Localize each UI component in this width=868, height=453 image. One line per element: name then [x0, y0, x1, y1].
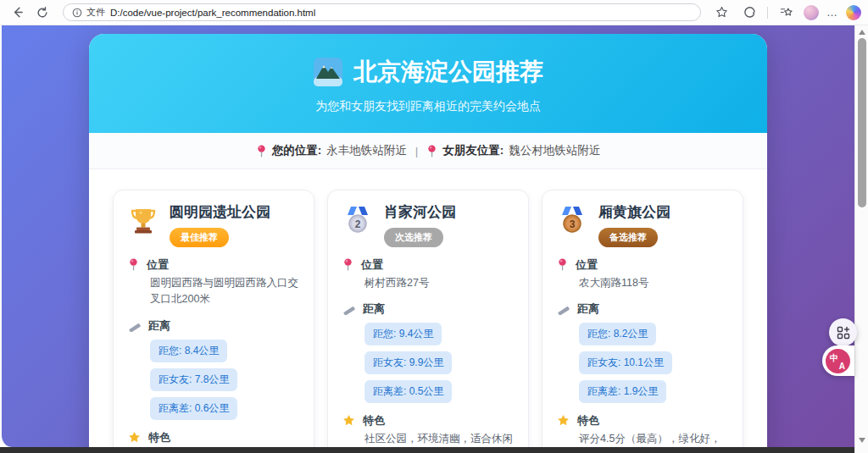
park-name: 厢黄旗公园	[598, 203, 670, 222]
feature-section: 特色 国家级景点，评分3.8分，历史文化底蕴深厚，湖光山色优美	[128, 429, 299, 447]
translate-a-glyph: A	[839, 362, 845, 371]
recommendation-badge: 最佳推荐	[170, 228, 229, 247]
page-title: 北京海淀公园推荐	[353, 56, 543, 88]
browser-toolbar: 文件 D:/code/vue-project/park_recommendati…	[0, 0, 868, 25]
page-viewport: 北京海淀公园推荐 为您和女朋友找到距离相近的完美约会地点 您的位置: 永丰地铁站…	[0, 25, 868, 447]
info-icon	[72, 8, 82, 18]
park-card-xianghuangqi[interactable]: 3 厢黄旗公园 备选推荐 位置 农大南路118号	[542, 190, 743, 447]
your-location-label: 您的位置:	[272, 143, 322, 158]
ruler-icon	[557, 302, 570, 315]
bookmark-star-icon[interactable]	[711, 3, 732, 23]
distance-section: 距离 距您: 8.2公里 距女友: 10.1公里 距离差: 1.9公里	[557, 301, 728, 403]
recommendation-badge: 次选推荐	[384, 228, 443, 247]
silver-medal-icon: 2	[342, 205, 373, 235]
park-card-xiaojiahe[interactable]: 2 肖家河公园 次选推荐 位置 树村西路27号	[327, 190, 529, 447]
distance-pill-you: 距您: 8.4公里	[150, 340, 227, 362]
browser-essentials-icon[interactable]	[739, 3, 760, 23]
translate-button-tray: 中 A	[822, 345, 854, 376]
star-icon	[128, 431, 141, 444]
translate-button[interactable]: 中 A	[826, 349, 850, 373]
park-card-yuanmingyuan[interactable]: 圆明园遗址公园 最佳推荐 位置 圆明园西路与圆明园西路入口交叉口北200米 距离	[113, 190, 314, 447]
distance-pill-you: 距您: 9.4公里	[364, 323, 442, 345]
copilot-icon[interactable]	[846, 5, 861, 20]
translate-zh-glyph: 中	[830, 352, 838, 364]
location-value: 树村西路27号	[364, 275, 514, 291]
profile-avatar[interactable]	[804, 5, 819, 20]
location-value: 圆明园西路与圆明园西路入口交叉口北200米	[150, 275, 299, 308]
pin-icon	[256, 145, 267, 157]
scrollbar-thumb[interactable]	[858, 38, 866, 207]
url-scheme-label: 文件	[86, 6, 105, 19]
distance-pill-girlfriend: 距女友: 10.1公里	[579, 351, 672, 374]
feature-value: 社区公园，环境清幽，适合休闲散步	[364, 431, 514, 447]
park-name: 圆明园遗址公园	[170, 203, 270, 222]
distance-pill-diff: 距离差: 0.6公里	[150, 397, 237, 420]
bronze-medal-icon: 3	[557, 205, 587, 235]
vertical-scrollbar[interactable]	[854, 25, 868, 453]
feature-section: 特色 评分4.5分（最高），绿化好，设施完善	[557, 412, 728, 447]
collections-icon[interactable]	[776, 3, 796, 23]
location-section: 位置 圆明园西路与圆明园西路入口交叉口北200米	[128, 257, 299, 308]
location-value: 农大南路118号	[579, 275, 728, 291]
ruler-icon	[342, 302, 355, 315]
feature-label: 特色	[363, 412, 385, 428]
feature-label: 特色	[577, 412, 599, 428]
back-icon[interactable]	[7, 3, 27, 23]
distance-label: 距离	[148, 318, 170, 334]
park-cards-row: 圆明园遗址公园 最佳推荐 位置 圆明园西路与圆明园西路入口交叉口北200米 距离	[89, 169, 767, 447]
location-section: 位置 树村西路27号	[342, 257, 514, 291]
location-bar: 您的位置: 永丰地铁站附近 | 女朋友位置: 魏公村地铁站附近	[89, 133, 767, 169]
scroll-up-arrow-icon[interactable]	[859, 30, 865, 35]
park-name: 肖家河公园	[384, 203, 456, 222]
star-icon	[557, 414, 570, 427]
refresh-icon[interactable]	[32, 3, 53, 23]
distance-pill-you: 距您: 8.2公里	[579, 323, 656, 345]
pin-icon	[557, 258, 568, 271]
page-subtitle: 为您和女朋友找到距离相近的完美约会地点	[106, 99, 750, 114]
star-icon	[342, 414, 355, 427]
menu-dots-icon[interactable]: …	[826, 6, 838, 19]
your-location-value: 永丰地铁站附近	[326, 143, 407, 158]
location-label: 位置	[361, 257, 383, 273]
girlfriend-location-label: 女朋友位置:	[442, 143, 504, 158]
screenshot-grid-button[interactable]	[829, 318, 857, 346]
url-text[interactable]: D:/code/vue-project/park_recommendation.…	[110, 8, 315, 18]
ruler-icon	[128, 319, 141, 332]
location-label: 位置	[147, 257, 169, 273]
pin-icon	[342, 258, 353, 271]
pin-icon	[128, 258, 139, 271]
location-label: 位置	[576, 257, 598, 273]
girlfriend-location-value: 魏公村地铁站附近	[509, 143, 600, 158]
distance-pill-girlfriend: 距女友: 9.9公里	[364, 351, 452, 374]
feature-value: 评分4.5分（最高），绿化好，设施完善	[579, 431, 728, 447]
location-separator: |	[415, 145, 419, 157]
grid-plus-icon	[837, 326, 850, 340]
trophy-icon	[128, 205, 159, 235]
distance-pill-girlfriend: 距女友: 7.8公里	[150, 368, 237, 391]
national-park-icon	[313, 57, 343, 87]
svg-text:2: 2	[355, 218, 361, 230]
location-section: 位置 农大南路118号	[557, 257, 728, 291]
pin-icon	[426, 145, 437, 157]
distance-label: 距离	[363, 301, 385, 317]
toolbar-divider	[767, 7, 768, 19]
window-bottom-edge	[0, 447, 868, 453]
distance-section: 距离 距您: 9.4公里 距女友: 9.9公里 距离差: 0.5公里	[342, 301, 514, 403]
feature-label: 特色	[148, 429, 170, 445]
file-info[interactable]: 文件	[72, 6, 105, 19]
svg-text:3: 3	[570, 218, 576, 230]
address-bar[interactable]: 文件 D:/code/vue-project/park_recommendati…	[63, 3, 701, 21]
distance-label: 距离	[577, 301, 599, 317]
distance-pill-diff: 距离差: 1.9公里	[579, 380, 666, 403]
recommendation-badge: 备选推荐	[598, 228, 658, 247]
distance-pill-diff: 距离差: 0.5公里	[364, 380, 452, 403]
scroll-down-arrow-icon[interactable]	[859, 438, 865, 443]
page-header: 北京海淀公园推荐 为您和女朋友找到距离相近的完美约会地点	[89, 34, 767, 133]
content-container: 北京海淀公园推荐 为您和女朋友找到距离相近的完美约会地点 您的位置: 永丰地铁站…	[89, 34, 767, 447]
feature-section: 特色 社区公园，环境清幽，适合休闲散步	[342, 412, 514, 447]
distance-section: 距离 距您: 8.4公里 距女友: 7.8公里 距离差: 0.6公里	[128, 318, 299, 420]
